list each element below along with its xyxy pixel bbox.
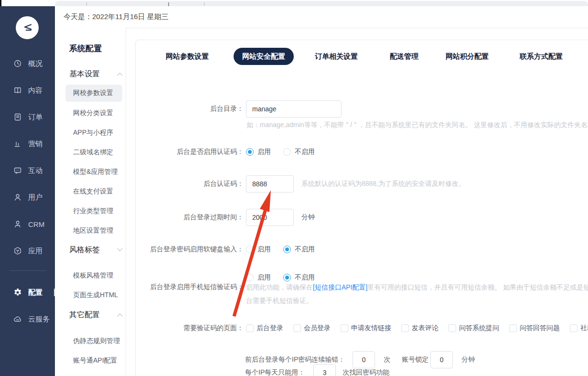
submenu-item-generate-html[interactable]: 页面生成HTML [73, 290, 118, 300]
radio-softkb-on[interactable] [246, 246, 254, 253]
strip-mark [86, 2, 87, 6]
crm-icon [13, 220, 22, 228]
backend-dir-input[interactable] [246, 100, 342, 118]
radio-softkb-off[interactable] [283, 246, 291, 253]
clock-icon [13, 59, 22, 68]
submenu-item-label: 模板风格管理 [73, 271, 113, 280]
account-lock-label: 账号锁定 [402, 355, 428, 364]
browser-strip [0, 0, 588, 7]
sidebar-item-overview[interactable]: 概况 [13, 58, 43, 69]
ip-wrong-unit: 次 [384, 355, 390, 364]
sidebar-item-label: 云服务 [28, 315, 50, 324]
checkbox-label: 发表评论 [412, 324, 438, 333]
radio-auth-enable-off[interactable] [283, 148, 291, 156]
submenu-item-account-api[interactable]: 账号通API配置 [73, 356, 118, 365]
submenu-item-rewrite-rules[interactable]: 伪静态规则管理 [73, 336, 120, 346]
submenu-item-label: 账号通API配置 [73, 356, 118, 365]
auth-enable-row: 后台是否启用认证码： 启用 不启用 [143, 147, 327, 157]
checkbox-backend-login[interactable] [246, 324, 254, 332]
auth-code-input[interactable] [246, 175, 294, 193]
login-expire-unit: 分钟 [301, 213, 315, 222]
user-icon [13, 193, 22, 202]
logo-icon [21, 21, 33, 34]
strip-mark [204, 2, 204, 6]
sms-hint-suffix: 里有可用的接口短信，并且有可用短信余额。 如果由于短信余额不足或是短停运营商短信… [367, 283, 588, 291]
submenu-item-label: 在线支付设置 [73, 187, 113, 196]
ip-daily-label: 每个IP每天只能用： [245, 368, 305, 376]
sidebar-divider [10, 270, 46, 271]
submenu-item-site-params[interactable]: 网校参数设置 [65, 85, 122, 102]
submenu-item-label: 伪静态规则管理 [73, 337, 120, 345]
checkbox-member-login[interactable] [293, 324, 301, 332]
checkbox-community[interactable] [570, 324, 577, 332]
submenu-item-region[interactable]: 地区设置管理 [73, 226, 113, 236]
sidebar-item-label: 用户 [28, 193, 43, 202]
sms-api-config-link[interactable]: [短信接口API配置] [313, 283, 367, 291]
submenu-group-style[interactable]: 风格标签 [69, 245, 122, 255]
submenu-item-model-app[interactable]: 模型&应用管理 [73, 167, 118, 177]
sidebar-item-cloud[interactable]: 云服务 [13, 313, 50, 325]
checkbox-label: 会员登录 [304, 324, 331, 333]
sms-login-label-row: 后台登录启用手机短信验证码： [143, 282, 244, 292]
tab-site-security[interactable]: 网站安全配置 [234, 48, 294, 65]
sidebar-item-content[interactable]: 内容 [13, 85, 43, 96]
auth-code-row: 后台认证码： 系统默认的认证码为8888,为了系统的安全请及时修改。 [143, 175, 465, 193]
main-sidebar: 概况 内容 订单 营销 互动 用户 CRM 应用 配置 云服务 [0, 6, 55, 376]
topbar-date: 今天是：2022年11月16日 星期三 [64, 12, 169, 21]
submenu-group-label: 风格标签 [69, 245, 100, 255]
sidebar-item-label: 营销 [28, 140, 43, 149]
sidebar-item-users[interactable]: 用户 [13, 192, 43, 203]
radio-sms-on[interactable] [246, 274, 254, 281]
radio-auth-enable-on[interactable] [246, 148, 254, 156]
app-icon [13, 247, 22, 255]
marketing-icon [13, 140, 22, 148]
tab-site-params[interactable]: 网站参数设置 [166, 48, 209, 65]
submenu-item-subdomain[interactable]: 二级域名绑定 [73, 148, 113, 157]
submenu-group-label: 基本设置 [69, 69, 100, 79]
sms-hint-prefix: 启用此功能，请确保在 [246, 283, 313, 291]
submenu-item-template-style[interactable]: 模板风格管理 [73, 271, 113, 280]
sidebar-item-marketing[interactable]: 营销 [13, 138, 43, 150]
sidebar-item-settings[interactable]: 配置 [13, 287, 55, 298]
sms-login-label: 后台登录启用手机短信验证码： [143, 283, 244, 291]
tab-points[interactable]: 网站积分配置 [446, 48, 489, 65]
ip-daily-input[interactable] [313, 364, 336, 376]
submenu-item-online-pay[interactable]: 在线支付设置 [73, 187, 113, 196]
sidebar-item-apps[interactable]: 应用 [13, 245, 43, 257]
checkbox-label: 问答回答问题 [520, 324, 560, 333]
submenu-item-label: 二级域名绑定 [73, 148, 113, 157]
checkbox-qa-answer[interactable] [509, 324, 517, 332]
auth-code-label: 后台认证码： [143, 180, 244, 188]
submenu-title: 系统配置 [69, 43, 102, 54]
login-expire-input[interactable] [246, 209, 294, 226]
tab-contact[interactable]: 联系方式配置 [520, 48, 563, 65]
sidebar-item-interaction[interactable]: 互动 [13, 165, 43, 176]
backend-dir-hint: 如：manage,admin等等，不能带 " / " ，且不能与系统里已有的文件… [246, 121, 588, 129]
submenu-item-label: 地区设置管理 [73, 226, 113, 235]
checkbox-friend-link[interactable] [341, 324, 348, 332]
checkbox-comment[interactable] [401, 324, 409, 332]
radio-sms-off[interactable] [283, 274, 291, 281]
submenu-item-site-category[interactable]: 网校分类设置 [73, 108, 113, 118]
cloud-icon [13, 315, 22, 323]
backend-dir-label: 后台目录： [143, 105, 244, 113]
chevron-up-icon [117, 313, 122, 319]
submenu-group-other[interactable]: 其它配置 [69, 310, 122, 320]
sidebar-item-orders[interactable]: 订单 [13, 111, 43, 123]
login-expire-label: 后台登录过期时间： [143, 213, 244, 222]
app-logo[interactable] [16, 16, 39, 39]
submenu-item-app-miniprogram[interactable]: APP与小程序 [73, 128, 113, 138]
submenu-group-basic[interactable]: 基本设置 [69, 69, 122, 79]
checkbox-qa-ask[interactable] [449, 324, 456, 332]
backend-dir-row: 后台目录： [143, 100, 342, 118]
chevron-up-icon [117, 73, 122, 78]
tab-delivery[interactable]: 配送管理 [390, 48, 418, 65]
submenu-item-industry-type[interactable]: 行业类型管理 [73, 206, 113, 216]
sidebar-item-crm[interactable]: CRM [13, 218, 44, 230]
sidebar-item-label: 配置 [28, 288, 43, 297]
submenu-group-label: 其它配置 [69, 310, 100, 320]
captcha-pages-row: 需要验证码的页面： 后台登录 会员登录 申请友情链接 发表评论 问答系统提问 问… [143, 323, 588, 333]
tab-order-settings[interactable]: 订单相关设置 [315, 48, 358, 65]
account-lock-input[interactable] [430, 351, 453, 368]
checkbox-label: 申请友情链接 [351, 324, 391, 333]
